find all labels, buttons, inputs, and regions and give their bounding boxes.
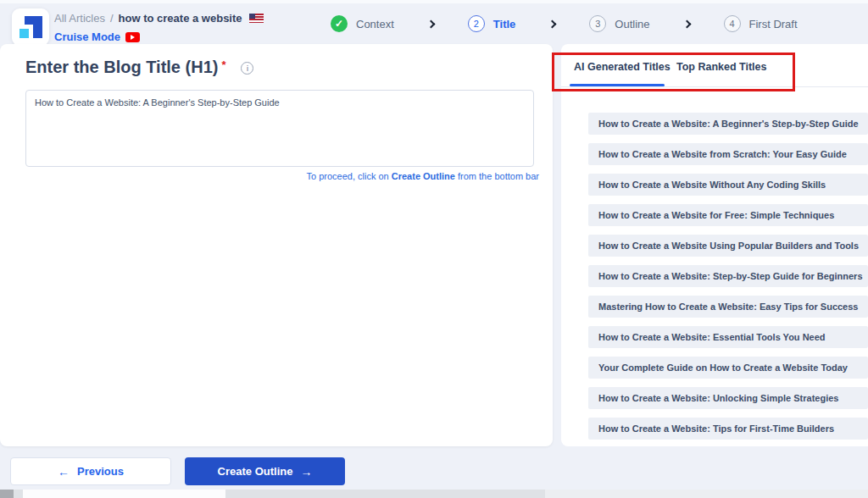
cruise-mode-label: Cruise Mode (54, 30, 120, 43)
blog-title-input[interactable]: How to Create a Website: A Beginner's St… (25, 90, 534, 167)
step-outline-label: Outline (615, 18, 649, 30)
previous-button-label: Previous (77, 465, 124, 478)
breadcrumb-current: how to create a website (119, 12, 242, 25)
check-icon: ✓ (331, 15, 348, 32)
chevron-right-icon (682, 19, 691, 28)
horizontal-scrollbar-track-right (545, 490, 868, 498)
step-first-draft-number: 4 (724, 15, 741, 32)
title-suggestion[interactable]: How to Create a Website: A Beginner's St… (588, 113, 868, 135)
step-outline[interactable]: 3 Outline (589, 15, 649, 32)
page-title-text: Enter the Blog Title (H1) (25, 58, 218, 77)
title-suggestion[interactable]: How to Create a Website: Step-by-Step Gu… (588, 265, 868, 287)
chevron-right-icon (426, 19, 435, 28)
title-suggestion[interactable]: How to Create a Website Without Any Codi… (588, 174, 868, 196)
step-outline-number: 3 (589, 15, 606, 32)
step-first-draft-label: First Draft (749, 18, 798, 30)
step-context[interactable]: ✓ Context (331, 15, 394, 32)
title-suggestion[interactable]: Mastering How to Create a Website: Easy … (588, 296, 868, 318)
create-outline-button-label: Create Outline (218, 465, 293, 478)
previous-button[interactable]: ← Previous (10, 457, 171, 485)
left-arrow-icon: ← (58, 465, 70, 479)
right-arrow-icon: → (300, 465, 312, 479)
tab-top-ranked-titles[interactable]: Top Ranked Titles (676, 61, 767, 73)
chevron-right-icon (548, 19, 557, 28)
titles-tabbar: AI Generated Titles Top Ranked Titles (561, 44, 868, 87)
step-context-label: Context (356, 18, 394, 30)
horizontal-scrollbar-thumb[interactable] (23, 490, 225, 498)
step-title[interactable]: 2 Title (468, 15, 516, 32)
page-title: Enter the Blog Title (H1) * i (25, 58, 253, 77)
breadcrumb-separator: / (110, 12, 114, 25)
helper-prefix: To proceed, click on (306, 171, 391, 181)
title-suggestion[interactable]: Your Complete Guide on How to Create a W… (588, 357, 868, 379)
progress-stepper: ✓ Context 2 Title 3 Outline 4 First Draf… (331, 3, 798, 44)
step-title-label: Title (493, 18, 516, 30)
app-logo-icon (19, 16, 42, 38)
title-suggestion[interactable]: How to Create a Website: Unlocking Simpl… (588, 387, 868, 409)
step-title-number: 2 (468, 15, 485, 32)
youtube-icon (125, 32, 140, 42)
helper-suffix: from the bottom bar (455, 171, 539, 181)
title-suggestion[interactable]: How to Create a Website for Free: Simple… (588, 204, 868, 226)
title-suggestion[interactable]: How to Create a Website from Scratch: Yo… (588, 143, 868, 165)
scrollbar-corner (0, 490, 14, 498)
cruise-mode-link[interactable]: Cruise Mode (54, 30, 140, 43)
tab-ai-generated-titles[interactable]: AI Generated Titles (574, 61, 670, 73)
active-tab-underline (570, 84, 665, 86)
title-suggestions-list: How to Create a Website: A Beginner's St… (588, 113, 868, 448)
breadcrumb: All Articles / how to create a website (54, 12, 264, 25)
title-editor-card: Enter the Blog Title (H1) * i How to Cre… (0, 44, 553, 446)
create-outline-button[interactable]: Create Outline → (185, 457, 345, 485)
info-icon[interactable]: i (241, 62, 253, 75)
step-first-draft[interactable]: 4 First Draft (724, 15, 798, 32)
helper-create-outline-ref: Create Outline (392, 171, 455, 181)
required-asterisk: * (221, 58, 225, 71)
title-suggestion[interactable]: How to Create a Website: Tips for First-… (588, 418, 868, 440)
title-suggestion[interactable]: How to Create a Website Using Popular Bu… (588, 235, 868, 257)
titles-panel: AI Generated Titles Top Ranked Titles Ho… (561, 44, 868, 446)
breadcrumb-all-articles[interactable]: All Articles (54, 12, 105, 25)
us-flag-icon (249, 14, 264, 23)
helper-text: To proceed, click on Create Outline from… (25, 171, 539, 181)
app-logo[interactable] (12, 8, 49, 46)
title-suggestion[interactable]: How to Create a Website: Essential Tools… (588, 326, 868, 348)
